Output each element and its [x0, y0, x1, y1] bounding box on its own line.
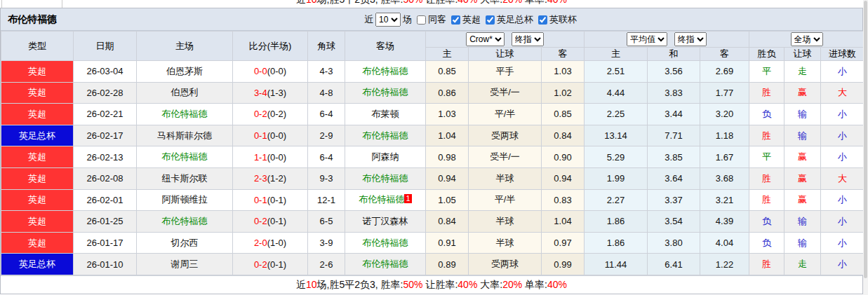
- recent-label: 近: [364, 13, 373, 26]
- avg-home-cell: 5.29: [585, 146, 648, 168]
- odds-home-cell: 0.84: [426, 211, 469, 233]
- avg-home-cell: 11.44: [585, 254, 648, 275]
- match-history-table: 类型 日期 主场 比分(半场) 角球 客场 Crow* 终指: [1, 31, 864, 275]
- odds-home-cell: 1.03: [426, 104, 469, 125]
- result-outcome-cell: 胜: [749, 82, 784, 104]
- team-name-title: 布伦特福德: [1, 13, 57, 26]
- score-cell: 0-1(0-0): [233, 125, 308, 146]
- date-cell: 26-03-04: [74, 61, 137, 83]
- result-goals-cell: 小: [821, 189, 864, 211]
- col-header-type: 类型: [1, 32, 74, 61]
- avg-away-cell: 1.67: [700, 146, 749, 168]
- summary-segment: 10: [306, 279, 317, 290]
- league-eflcup-checkbox[interactable]: [538, 15, 547, 25]
- odds-home-cell: 1.05: [426, 189, 469, 211]
- odds-company-select[interactable]: Crow*: [466, 32, 505, 46]
- upper-summary-text: 近10场,胜5平2负3, 胜率:50% 让胜率:40% 大率:20% 单率:40…: [0, 0, 863, 6]
- avg-draw-cell: 3.56: [648, 61, 700, 83]
- panel-titlebar: 布伦特福德 近 10 场 同客 英超 英足总杯 英联杯: [1, 8, 862, 31]
- avg-away-cell: 4.04: [700, 232, 749, 254]
- result-goals-cell: 小: [821, 211, 864, 233]
- away-team-cell: 诺丁汉森林: [345, 211, 426, 233]
- home-team-cell: 布伦特福德: [137, 104, 233, 125]
- odds-select-group: Crow* 终指: [426, 32, 585, 48]
- home-team-cell: 伯恩利: [137, 82, 233, 104]
- score-cell: 2-3(1-2): [233, 167, 308, 189]
- away-team-cell: 布伦特福德: [345, 167, 426, 189]
- result-outcome-cell: 胜: [749, 167, 784, 189]
- odds-away-cell: 0.83: [542, 189, 585, 211]
- league-badge: 英超: [1, 167, 74, 189]
- result-handicap-cell: 输: [784, 232, 821, 254]
- league-epl-checkbox[interactable]: [451, 15, 460, 25]
- odds-stage-select[interactable]: 终指: [512, 32, 544, 46]
- date-cell: 26-01-17: [74, 232, 137, 254]
- upper-table-clipped-edge: 近10场,胜5平2负3, 胜率:50% 让胜率:40% 大率:20% 单率:40…: [0, 0, 868, 8]
- score-cell: 0-1(0-1): [233, 189, 308, 211]
- result-goals-cell: 大: [821, 82, 864, 104]
- avg-draw-cell: 3.83: [648, 82, 700, 104]
- result-outcome-cell: 负: [749, 211, 784, 233]
- home-team-cell: 谢周三: [137, 254, 233, 275]
- summary-segment: 40%: [458, 0, 477, 5]
- avg-stage-select[interactable]: 终指: [674, 32, 707, 46]
- result-outcome-cell: 胜: [749, 254, 784, 275]
- page-scrollbar[interactable]: [863, 0, 868, 295]
- odds-home-cell: 0.91: [426, 232, 469, 254]
- handicap-cell: 受半/一: [469, 146, 542, 168]
- home-team-cell: 纽卡斯尔联: [137, 167, 233, 189]
- result-outcome-cell: 平: [749, 61, 784, 83]
- league-eflcup-label: 英联杯: [549, 13, 577, 26]
- subcol-result-outcome: 胜负: [749, 48, 784, 61]
- result-outcome-cell: 平: [749, 146, 784, 168]
- match-table-body: 英超26-03-04伯恩茅斯0-0(0-0)4-3布伦特福德0.85平手1.03…: [1, 61, 864, 275]
- date-cell: 26-02-13: [74, 146, 137, 168]
- avg-draw-cell: 3.85: [648, 146, 700, 168]
- summary-segment: 20%: [502, 279, 522, 290]
- away-team-cell: 布伦特福德: [345, 125, 426, 146]
- score-cell: 1-1(0-0): [233, 146, 308, 168]
- same-venue-checkbox[interactable]: [417, 15, 426, 25]
- corner-cell: 2-9: [308, 125, 345, 146]
- home-team-cell: 伯恩茅斯: [137, 61, 233, 83]
- away-team-cell: 布伦特福德: [345, 61, 426, 83]
- home-team-cell: 切尔西: [137, 232, 233, 254]
- summary-segment: 场,胜5平2负3, 胜率:: [317, 0, 403, 5]
- odds-home-cell: 0.89: [426, 254, 469, 275]
- league-badge: 英超: [1, 61, 74, 83]
- subcol-handicap: 让球: [469, 48, 542, 61]
- table-row: 英足总杯26-02-17马科斯菲尔德0-1(0-0)2-9布伦特福德1.04受两…: [1, 125, 864, 146]
- recent-count-select[interactable]: 10: [375, 13, 401, 27]
- result-outcome-cell: 负: [749, 232, 784, 254]
- corner-cell: 6-4: [308, 104, 345, 125]
- away-team-cell: 布伦特福德1: [345, 189, 426, 211]
- score-cell: 0-2(0-1): [233, 211, 308, 233]
- table-row: 英超26-03-04伯恩茅斯0-0(0-0)4-3布伦特福德0.85平手1.03…: [1, 61, 864, 83]
- handicap-cell: 受两球: [469, 125, 542, 146]
- avg-away-cell: 2.69: [700, 61, 749, 83]
- avg-home-cell: 1.86: [585, 232, 648, 254]
- date-cell: 26-02-28: [74, 82, 137, 104]
- league-facup-checkbox[interactable]: [486, 15, 495, 25]
- europe-avg-select[interactable]: 平均值: [627, 32, 667, 46]
- away-team-cell: 阿森纳: [345, 146, 426, 168]
- result-goals-cell: 小: [821, 146, 864, 168]
- corner-cell: 9-3: [308, 167, 345, 189]
- handicap-cell: 半球: [469, 167, 542, 189]
- summary-segment: 让胜率:: [423, 0, 458, 5]
- summary-segment: 40%: [547, 279, 567, 290]
- handicap-cell: 半球: [469, 211, 542, 233]
- avg-home-cell: 2.25: [585, 104, 648, 125]
- date-cell: 26-01-10: [74, 254, 137, 275]
- avg-away-cell: 1.18: [700, 125, 749, 146]
- table-row: 英超26-02-08纽卡斯尔联2-3(1-2)9-3布伦特福德0.94半球0.9…: [1, 167, 864, 189]
- scrollbar-thumb[interactable]: [864, 1, 867, 278]
- result-scope-select[interactable]: 全场: [791, 32, 823, 46]
- league-badge: 英足总杯: [1, 254, 74, 275]
- avg-away-cell: 3.68: [700, 167, 749, 189]
- table-row: 英超26-01-17切尔西2-0(1-0)3-9布伦特福德0.91半球0.971…: [1, 232, 864, 254]
- avg-home-cell: 1.86: [585, 211, 648, 233]
- league-badge: 英超: [1, 189, 74, 211]
- odds-away-cell: 1.02: [542, 82, 585, 104]
- corner-cell: 4-8: [308, 82, 345, 104]
